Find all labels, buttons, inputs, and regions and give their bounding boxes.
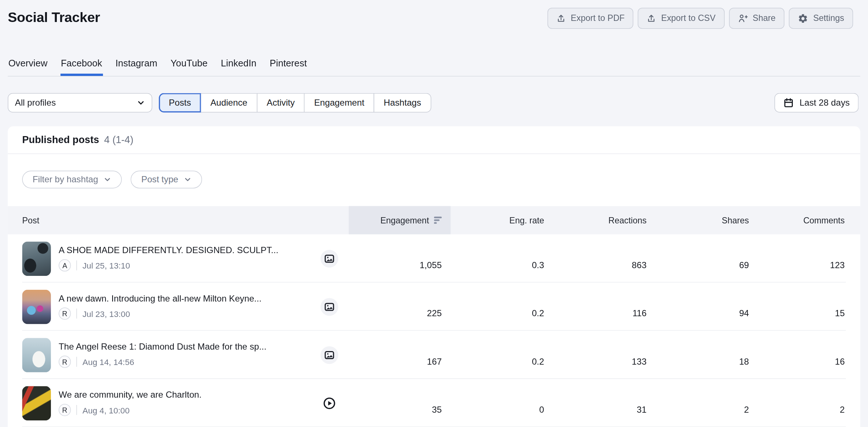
eng-rate-value: 0.2 — [532, 357, 544, 367]
engagement-header-label: Engagement — [380, 215, 429, 225]
reactions-value: 31 — [637, 405, 647, 415]
export-pdf-button[interactable]: Export to PDF — [548, 8, 634, 29]
page-title: Social Tracker — [8, 10, 100, 26]
tab-linkedin[interactable]: LinkedIn — [220, 54, 257, 76]
reactions-value: 133 — [632, 357, 647, 367]
engagement-value: 1,055 — [420, 260, 442, 270]
tab-youtube[interactable]: YouTube — [170, 54, 208, 76]
tab-overview[interactable]: Overview — [8, 54, 48, 76]
profiles-select-value: All profiles — [15, 98, 56, 108]
table-row[interactable]: We are community, we are Charlton. R Aug… — [8, 379, 860, 427]
date-range-button[interactable]: Last 28 days — [775, 93, 858, 113]
export-csv-label: Export to CSV — [661, 13, 716, 23]
eng-rate-value: 0 — [539, 405, 544, 415]
shares-value: 94 — [739, 309, 749, 318]
video-play-icon — [320, 394, 338, 412]
post-thumbnail[interactable] — [22, 337, 51, 372]
meta-divider — [76, 405, 77, 415]
table-row[interactable]: A SHOE MADE DIFFERENTLY. DESIGNED. SCULP… — [8, 234, 860, 282]
tab-pinterest[interactable]: Pinterest — [269, 54, 307, 76]
published-posts-card: Published posts 4 (1-4) Filter by hashta… — [8, 126, 860, 427]
post-type-dropdown[interactable]: Post type — [131, 171, 202, 188]
post-thumbnail[interactable] — [22, 241, 51, 276]
gear-icon — [798, 13, 808, 23]
comments-value: 2 — [840, 405, 845, 415]
post-date: Aug 14, 14:56 — [82, 357, 134, 366]
profiles-select[interactable]: All profiles — [8, 93, 152, 113]
tab-instagram[interactable]: Instagram — [115, 54, 158, 76]
post-cell: A new dawn. Introducing the all-new Milt… — [8, 289, 349, 324]
tab-facebook[interactable]: Facebook — [60, 54, 103, 76]
chevron-down-icon — [184, 176, 191, 183]
view-segment-activity[interactable]: Activity — [257, 93, 305, 113]
upload-icon — [647, 14, 656, 23]
settings-button[interactable]: Settings — [789, 8, 853, 29]
column-header-eng-rate[interactable]: Eng. rate — [450, 215, 553, 225]
profile-badge: R — [59, 356, 71, 368]
profile-badge: R — [59, 307, 71, 320]
column-header-engagement[interactable]: Engagement — [349, 206, 450, 234]
platform-tabs: Overview Facebook Instagram YouTube Link… — [8, 54, 860, 76]
comments-value: 16 — [835, 357, 845, 367]
upload-icon — [556, 14, 566, 23]
column-header-post: Post — [8, 215, 349, 225]
published-posts-title: Published posts — [22, 134, 99, 146]
export-csv-button[interactable]: Export to CSV — [638, 8, 724, 29]
image-media-icon — [320, 298, 338, 315]
column-header-reactions[interactable]: Reactions — [553, 215, 655, 225]
published-posts-count: 4 (1-4) — [104, 134, 133, 146]
post-title[interactable]: The Angel Reese 1: Diamond Dust Made for… — [59, 342, 313, 352]
post-text: The Angel Reese 1: Diamond Dust Made for… — [59, 342, 313, 368]
post-date: Aug 4, 10:00 — [82, 405, 129, 415]
column-header-shares[interactable]: Shares — [655, 215, 758, 225]
post-date: Jul 25, 13:10 — [82, 261, 130, 270]
column-header-comments[interactable]: Comments — [758, 215, 860, 225]
person-plus-icon — [738, 13, 748, 23]
post-filters: Filter by hashtag Post type — [22, 171, 846, 188]
table-row[interactable]: A new dawn. Introducing the all-new Milt… — [8, 282, 860, 331]
image-media-icon — [320, 249, 338, 267]
controls-row: All profiles Posts Audience Activity Eng… — [8, 93, 860, 113]
post-thumbnail[interactable] — [22, 289, 51, 324]
comments-value: 123 — [830, 260, 845, 270]
post-cell: A SHOE MADE DIFFERENTLY. DESIGNED. SCULP… — [8, 241, 349, 276]
shares-value: 2 — [744, 405, 749, 415]
table-row[interactable]: The Angel Reese 1: Diamond Dust Made for… — [8, 331, 860, 379]
post-title[interactable]: We are community, we are Charlton. — [59, 390, 313, 400]
post-cell: We are community, we are Charlton. R Aug… — [8, 386, 349, 420]
chevron-down-icon — [104, 176, 111, 183]
share-button[interactable]: Share — [729, 8, 784, 29]
reactions-value: 116 — [632, 309, 647, 318]
post-text: A new dawn. Introducing the all-new Milt… — [59, 293, 313, 320]
card-header: Published posts 4 (1-4) — [8, 126, 860, 154]
chevron-down-icon — [137, 99, 145, 107]
view-segmented-control: Posts Audience Activity Engagement Hasht… — [159, 93, 431, 113]
meta-divider — [76, 357, 77, 367]
share-label: Share — [753, 13, 775, 23]
post-text: We are community, we are Charlton. R Aug… — [59, 390, 313, 416]
hashtag-filter-label: Filter by hashtag — [33, 175, 98, 185]
post-thumbnail[interactable] — [22, 386, 51, 420]
engagement-value: 35 — [432, 405, 442, 415]
comments-value: 15 — [835, 309, 845, 318]
settings-label: Settings — [813, 13, 844, 23]
export-pdf-label: Export to PDF — [571, 13, 625, 23]
post-text: A SHOE MADE DIFFERENTLY. DESIGNED. SCULP… — [59, 245, 313, 271]
post-meta: R Aug 14, 14:56 — [59, 356, 313, 368]
meta-divider — [76, 309, 77, 318]
meta-divider — [76, 260, 77, 270]
post-title[interactable]: A SHOE MADE DIFFERENTLY. DESIGNED. SCULP… — [59, 245, 313, 255]
post-type-label: Post type — [141, 175, 179, 185]
toolbar: Export to PDF Export to CSV Share Settin… — [548, 8, 853, 29]
view-segment-engagement[interactable]: Engagement — [304, 93, 374, 113]
shares-value: 69 — [739, 260, 749, 270]
post-cell: The Angel Reese 1: Diamond Dust Made for… — [8, 337, 349, 372]
view-segment-posts[interactable]: Posts — [159, 93, 201, 113]
hashtag-filter-dropdown[interactable]: Filter by hashtag — [22, 171, 122, 188]
view-segment-audience[interactable]: Audience — [201, 93, 257, 113]
post-title[interactable]: A new dawn. Introducing the all-new Milt… — [59, 293, 313, 303]
view-segment-hashtags[interactable]: Hashtags — [374, 93, 431, 113]
calendar-icon — [783, 98, 794, 108]
eng-rate-value: 0.3 — [532, 260, 544, 270]
eng-rate-value: 0.2 — [532, 309, 544, 318]
